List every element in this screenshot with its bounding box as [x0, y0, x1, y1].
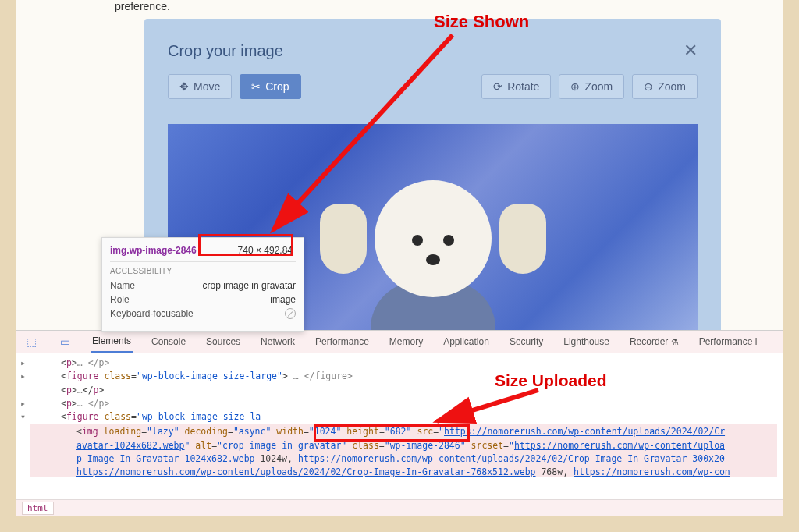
tab-elements[interactable]: Elements [91, 331, 133, 353]
rotate-button-label: Rotate [507, 80, 539, 93]
code-link[interactable]: https://nomorerush.com/wp-content/upload… [76, 466, 536, 477]
tooltip-name-value: crop image in gravatar [203, 280, 296, 291]
tab-security[interactable]: Security [508, 332, 545, 352]
tab-network[interactable]: Network [259, 332, 297, 352]
preview-image-content [339, 180, 527, 339]
page-frame: preference. Crop your image ✕ ✥ Move ✂ C… [16, 0, 783, 516]
code-text: … </figure> [288, 371, 353, 381]
zoom-out-icon: ⊖ [644, 80, 653, 93]
zoom-in-button-label: Zoom [584, 80, 613, 93]
elements-tree[interactable]: ▸<p>… </p> ▸<figure class="wp-block-imag… [16, 353, 783, 477]
element-inspector-tooltip: img.wp-image-2846 740 × 492.84 ACCESSIBI… [101, 237, 304, 332]
code-link[interactable]: p-Image-In-Gravatar-799x532.webp [76, 453, 254, 464]
tab-sources[interactable]: Sources [204, 332, 242, 352]
twisty-icon[interactable]: ▸ [20, 356, 26, 370]
tab-memory[interactable]: Memory [388, 332, 424, 352]
code-text: … </p> [77, 357, 110, 368]
annotation-size-shown: Size Shown [434, 12, 529, 32]
tooltip-name-label: Name [110, 280, 135, 291]
twisty-open-icon[interactable]: ▾ [20, 410, 26, 424]
devtools-breadcrumb: html [16, 499, 783, 516]
move-button[interactable]: ✥ Move [168, 74, 232, 99]
tab-lighthouse[interactable]: Lighthouse [562, 332, 611, 352]
device-toggle-icon[interactable]: ▭ [57, 335, 73, 348]
tab-application[interactable]: Application [442, 332, 491, 352]
selected-element-row[interactable]: <img loading="lazy" decoding="async" wid… [30, 424, 777, 477]
twisty-icon[interactable]: ▸ [20, 397, 26, 410]
tooltip-keyboard-label: Keyboard-focusable [110, 308, 194, 321]
tab-performance[interactable]: Performance [314, 332, 371, 352]
rotate-icon: ⟳ [493, 80, 502, 93]
code-link[interactable]: https://nomorerush.com/wp-content/uploa [514, 440, 725, 451]
breadcrumb-item[interactable]: html [22, 502, 54, 515]
tab-console[interactable]: Console [150, 332, 187, 352]
zoom-in-icon: ⊕ [570, 80, 580, 93]
move-button-label: Move [194, 80, 220, 93]
deny-icon [285, 308, 296, 319]
code-link[interactable]: https://nomorerush.com/wp-con [574, 466, 730, 477]
zoom-out-button[interactable]: ⊖ Zoom [632, 74, 698, 99]
tab-performance-insights[interactable]: Performance i [698, 332, 759, 352]
tooltip-size: 740 × 492.84 [235, 244, 296, 257]
move-icon: ✥ [179, 80, 189, 93]
tooltip-section-title: ACCESSIBILITY [110, 267, 296, 275]
devtools-panel: ⬚ ▭ Elements Console Sources Network Per… [16, 330, 783, 516]
crop-button[interactable]: ✂ Crop [240, 74, 300, 99]
crop-dialog-title: Crop your image [168, 42, 698, 60]
code-text: 768w, [536, 466, 574, 477]
rotate-button[interactable]: ⟳ Rotate [481, 74, 551, 99]
code-link[interactable]: https://nomorerush.com/wp-content/upload… [444, 426, 725, 437]
page-body-text: preference. [115, 0, 170, 12]
annotation-size-uploaded: Size Uploaded [495, 371, 607, 390]
inspect-icon[interactable]: ⬚ [23, 335, 40, 348]
crop-icon: ✂ [251, 80, 261, 93]
code-text: 1024w, [254, 453, 297, 464]
code-link[interactable]: avatar-799x532.webp [76, 440, 184, 451]
zoom-out-button-label: Zoom [658, 80, 686, 93]
close-icon[interactable]: ✕ [684, 41, 698, 61]
code-text: … </p> [77, 398, 110, 409]
crop-toolbar: ✥ Move ✂ Crop ⟳ Rotate ⊕ Zoom ⊖ Zoom [168, 74, 698, 99]
tooltip-keyboard-value [285, 308, 296, 321]
tooltip-selector: img.wp-image-2846 [110, 245, 197, 256]
crop-button-label: Crop [265, 80, 289, 93]
flask-icon: ⚗ [671, 337, 679, 346]
zoom-in-button[interactable]: ⊕ Zoom [559, 74, 624, 99]
twisty-icon[interactable]: ▸ [20, 370, 26, 383]
devtools-tabbar: ⬚ ▭ Elements Console Sources Network Per… [16, 331, 783, 353]
tooltip-role-label: Role [110, 294, 130, 305]
tab-recorder[interactable]: Recorder ⚗ [628, 332, 680, 352]
code-link[interactable]: https://nomorerush.com/wp-content/upload… [298, 453, 725, 464]
tooltip-role-value: image [270, 294, 296, 305]
